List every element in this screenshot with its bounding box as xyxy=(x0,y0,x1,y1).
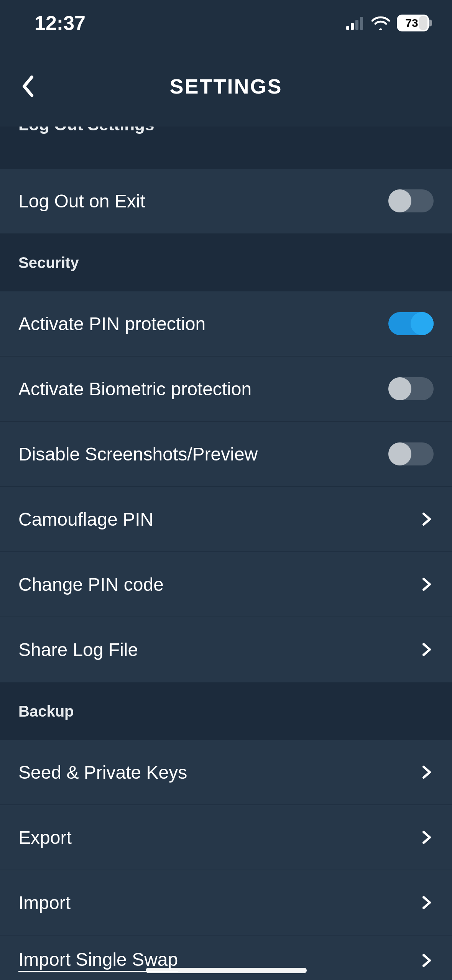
toggle-disable-screenshots[interactable] xyxy=(388,442,434,465)
row-export[interactable]: Export xyxy=(0,805,452,870)
status-time: 12:37 xyxy=(35,12,85,35)
section-header-backup: Backup xyxy=(0,682,452,740)
row-label: Camouflage PIN xyxy=(18,509,153,530)
row-label: Export xyxy=(18,827,72,848)
row-camouflage-pin[interactable]: Camouflage PIN xyxy=(0,487,452,552)
toggle-pin-protection[interactable] xyxy=(388,312,434,335)
row-label: Log Out on Exit xyxy=(18,191,145,212)
row-biometric-protection: Activate Biometric protection xyxy=(0,357,452,422)
row-label: Activate PIN protection xyxy=(18,313,205,334)
svg-rect-3 xyxy=(360,17,363,30)
cellular-signal-icon xyxy=(346,16,365,30)
chevron-right-icon xyxy=(420,896,434,909)
row-import-single-swap[interactable]: Import Single Swap xyxy=(0,936,452,980)
row-label: Import xyxy=(18,892,71,913)
section-header-label: Security xyxy=(18,254,79,271)
row-pin-protection: Activate PIN protection xyxy=(0,291,452,357)
row-import[interactable]: Import xyxy=(0,870,452,936)
toggle-logout-on-exit[interactable] xyxy=(388,189,434,212)
row-label: Activate Biometric protection xyxy=(18,378,251,400)
row-disable-screenshots: Disable Screenshots/Preview xyxy=(0,422,452,487)
status-indicators: 73 xyxy=(346,15,429,31)
section-header-label: Backup xyxy=(18,703,74,720)
svg-rect-0 xyxy=(346,26,349,30)
chevron-right-icon xyxy=(420,643,434,656)
back-button[interactable] xyxy=(15,73,41,100)
status-bar: 12:37 73 xyxy=(0,0,452,46)
home-indicator[interactable] xyxy=(146,968,307,973)
row-share-log[interactable]: Share Log File xyxy=(0,617,452,682)
chevron-right-icon xyxy=(420,954,434,967)
row-label: Seed & Private Keys xyxy=(18,762,187,783)
chevron-right-icon xyxy=(420,577,434,591)
row-label: Disable Screenshots/Preview xyxy=(18,444,258,465)
section-header-logout: Log Out Settings xyxy=(0,127,452,169)
svg-rect-2 xyxy=(355,20,358,30)
chevron-right-icon xyxy=(420,830,434,844)
toggle-biometric-protection[interactable] xyxy=(388,377,434,400)
row-label: Share Log File xyxy=(18,639,138,660)
row-label: Change PIN code xyxy=(18,574,164,595)
wifi-icon xyxy=(371,16,390,30)
section-header-label: Log Out Settings xyxy=(18,127,154,134)
page-title: SETTINGS xyxy=(169,74,282,98)
nav-header: SETTINGS xyxy=(0,46,452,127)
battery-level: 73 xyxy=(405,16,418,30)
chevron-right-icon xyxy=(420,512,434,526)
battery-indicator: 73 xyxy=(397,15,429,31)
row-logout-on-exit: Log Out on Exit xyxy=(0,169,452,234)
svg-rect-1 xyxy=(351,23,354,30)
row-seed-private-keys[interactable]: Seed & Private Keys xyxy=(0,740,452,805)
chevron-left-icon xyxy=(20,75,36,98)
chevron-right-icon xyxy=(420,765,434,779)
row-change-pin[interactable]: Change PIN code xyxy=(0,552,452,617)
section-header-security: Security xyxy=(0,234,452,291)
